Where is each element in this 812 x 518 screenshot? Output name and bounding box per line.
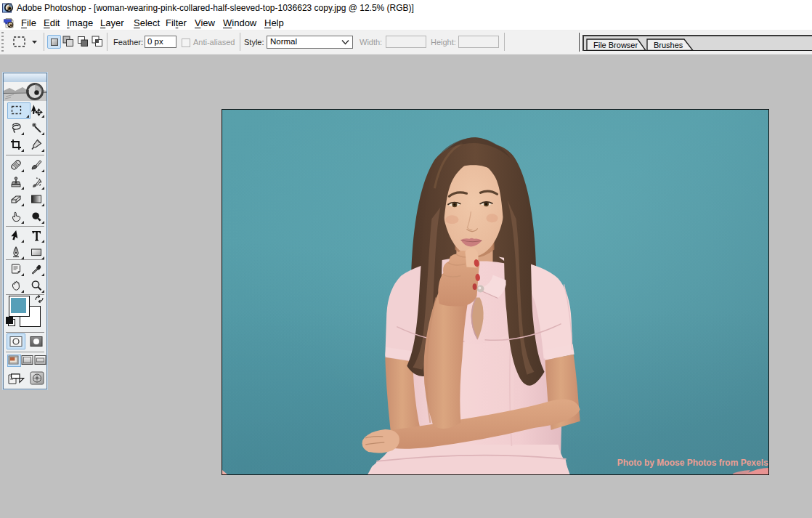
svg-text:Photo by Moose Photos from Pex: Photo by Moose Photos from Pexels (617, 458, 768, 468)
svg-text:File Browser: File Browser (593, 41, 638, 49)
svg-text:Brushes: Brushes (654, 41, 683, 49)
